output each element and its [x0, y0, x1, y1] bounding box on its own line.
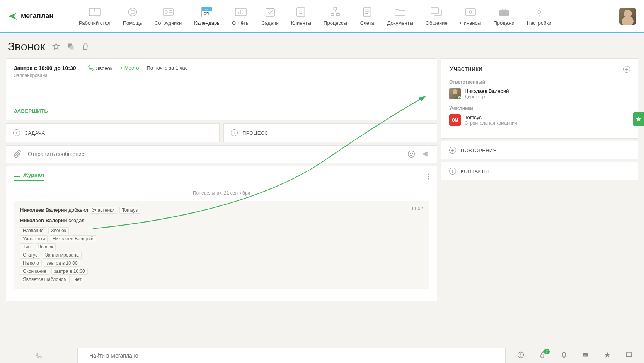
- entry-time: 11:02: [411, 206, 423, 211]
- event-time: Завтра с 10:00 до 10:30: [14, 65, 76, 71]
- svg-point-10: [165, 11, 167, 13]
- nav-list: Рабочий стол Помощь Сотрудники сент21Кал…: [73, 3, 619, 29]
- svg-rect-32: [434, 10, 442, 15]
- nav-employees[interactable]: Сотрудники: [148, 3, 188, 29]
- chat-icon: [430, 7, 443, 17]
- svg-point-37: [537, 10, 540, 14]
- svg-rect-22: [337, 14, 339, 16]
- svg-line-8: [134, 13, 136, 15]
- company-logo: [449, 114, 461, 126]
- gear-icon: [533, 7, 545, 17]
- event-info-card: Завтра с 10:00 до 10:30 Запланирована Зв…: [6, 58, 437, 120]
- star-icon: [635, 116, 642, 122]
- nav-settings[interactable]: Настройки: [521, 3, 558, 29]
- nav-calendar[interactable]: сент21Календарь: [188, 3, 226, 29]
- send-icon[interactable]: [421, 150, 429, 158]
- safe-icon: [464, 7, 477, 17]
- svg-point-4: [131, 10, 134, 14]
- workflow-icon: [329, 7, 341, 17]
- svg-point-40: [408, 151, 415, 158]
- svg-point-46: [428, 174, 429, 175]
- nav-desktop[interactable]: Рабочий стол: [73, 3, 117, 29]
- journal-date: Понедельник, 21 сентября: [14, 190, 429, 196]
- message-input[interactable]: [28, 151, 401, 157]
- participant-company[interactable]: Tomsys Строительная комапния: [449, 114, 630, 126]
- svg-point-19: [300, 10, 302, 12]
- attachment-icon[interactable]: [14, 150, 22, 158]
- plus-icon: +: [449, 147, 456, 154]
- top-nav: мегаплан Рабочий стол Помощь Сотрудники …: [0, 0, 644, 33]
- logo[interactable]: мегаплан: [8, 11, 53, 22]
- nav-chat[interactable]: Общение: [419, 3, 454, 29]
- contacts-icon: [295, 7, 307, 17]
- avatar: [449, 88, 461, 99]
- event-status: Запланирована: [14, 73, 76, 78]
- desktop-icon: [89, 7, 101, 17]
- repeats-button[interactable]: +ПОВТОРЕНИЯ: [441, 141, 638, 159]
- folder-icon: [394, 7, 406, 17]
- trash-icon[interactable]: [82, 43, 89, 50]
- nav-finance[interactable]: Финансы: [454, 3, 487, 29]
- participants-title: Участники: [449, 65, 482, 73]
- nav-clients[interactable]: Клиенты: [285, 3, 317, 29]
- svg-point-47: [428, 176, 429, 177]
- svg-rect-35: [499, 10, 509, 16]
- logo-text: мегаплан: [21, 12, 53, 20]
- emoji-icon[interactable]: [407, 150, 415, 158]
- svg-line-7: [129, 13, 131, 15]
- plus-icon: +: [13, 129, 20, 136]
- online-status-icon: [458, 96, 462, 100]
- briefcase-icon: [498, 7, 510, 17]
- journal-entry: 11:02 Николаев Валерий добавил Участники…: [14, 201, 429, 289]
- journal-tab[interactable]: Журнал: [14, 172, 44, 181]
- more-icon[interactable]: [428, 173, 429, 181]
- event-type: Звонок: [88, 65, 112, 71]
- nav-tasks[interactable]: Задачи: [256, 3, 285, 29]
- participants-label: Участники: [449, 106, 630, 111]
- badge-icon: [162, 7, 174, 17]
- plus-icon: +: [231, 129, 238, 136]
- nav-help[interactable]: Помощь: [117, 3, 148, 29]
- svg-line-6: [134, 9, 136, 11]
- logo-icon: [8, 11, 19, 22]
- svg-point-42: [412, 153, 413, 154]
- journal-card: Журнал Понедельник, 21 сентября 11:02 Ни…: [6, 166, 437, 301]
- svg-rect-9: [163, 9, 173, 15]
- svg-rect-39: [70, 46, 73, 50]
- add-process-button[interactable]: +ПРОЦЕСС: [223, 123, 437, 142]
- entry-fields: Название Звонок Участники Николаев Валер…: [20, 227, 423, 283]
- svg-rect-33: [465, 9, 475, 15]
- event-reminder: По почте за 1 час: [147, 65, 187, 71]
- responsible-person[interactable]: Николаев Валерий Директор: [449, 88, 630, 99]
- feedback-tab[interactable]: [633, 112, 644, 126]
- check-icon: [264, 7, 276, 17]
- participants-card: Участники + Ответственный Николаев Валер…: [441, 58, 638, 139]
- contacts-button[interactable]: +КОНТАКТЫ: [441, 162, 638, 180]
- svg-point-34: [469, 11, 472, 13]
- add-task-button[interactable]: +ЗАДАЧА: [6, 123, 220, 142]
- complete-button[interactable]: ЗАВЕРШИТЬ: [14, 108, 429, 114]
- nav-documents[interactable]: Документы: [381, 3, 419, 29]
- lifebuoy-icon: [126, 7, 139, 17]
- phone-icon: [88, 65, 94, 71]
- duplicate-icon[interactable]: [67, 43, 75, 50]
- nav-reports[interactable]: Отчёты: [226, 3, 256, 29]
- page-title: Звонок: [8, 40, 45, 53]
- svg-rect-13: [235, 8, 246, 16]
- add-participant-button[interactable]: +: [623, 66, 630, 73]
- nav-sales[interactable]: Продажи: [487, 3, 520, 29]
- nav-invoices[interactable]: Счета: [353, 3, 381, 29]
- user-avatar[interactable]: [619, 8, 636, 25]
- svg-rect-20: [334, 8, 337, 10]
- svg-rect-31: [431, 8, 439, 13]
- nav-processes[interactable]: Процессы: [317, 3, 353, 29]
- chart-icon: [235, 7, 247, 17]
- invoice-icon: [361, 7, 373, 17]
- svg-point-48: [428, 178, 429, 180]
- add-place-link[interactable]: + Место: [120, 65, 139, 71]
- svg-rect-36: [503, 9, 506, 10]
- page-header: Звонок: [0, 33, 644, 58]
- star-icon[interactable]: [52, 43, 60, 50]
- message-input-card: [6, 145, 437, 163]
- svg-line-5: [129, 9, 131, 11]
